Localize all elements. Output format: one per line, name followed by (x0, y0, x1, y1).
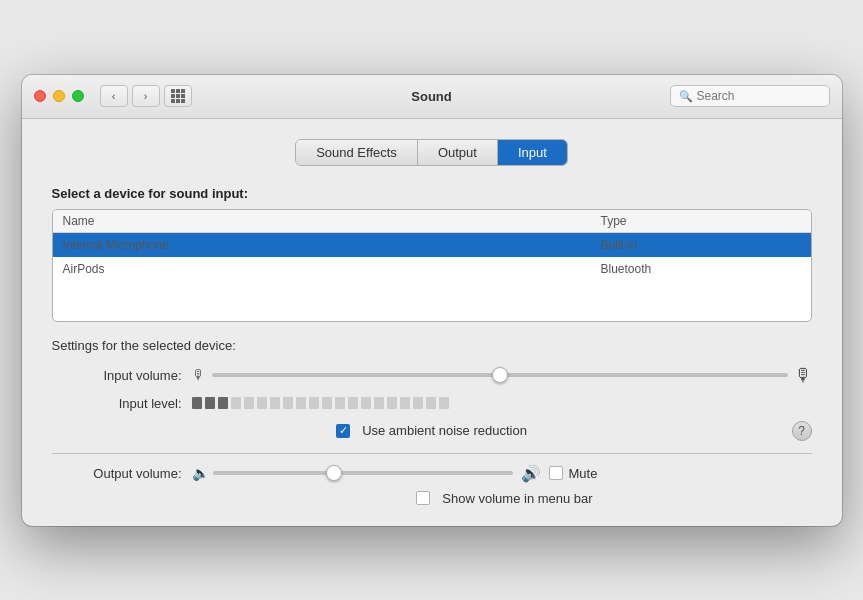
input-volume-slider[interactable] (212, 373, 788, 377)
show-volume-label: Show volume in menu bar (442, 491, 592, 506)
table-header: Name Type (53, 210, 811, 233)
section-divider (52, 453, 812, 454)
input-volume-label: Input volume: (52, 368, 182, 383)
level-bar-2 (205, 397, 215, 409)
mute-label: Mute (569, 466, 598, 481)
level-bar-13 (348, 397, 358, 409)
traffic-lights (34, 90, 84, 102)
main-window: ‹ › Sound 🔍 Sound Effects Output Input (22, 75, 842, 526)
tab-output[interactable]: Output (418, 140, 498, 165)
level-bar-3 (218, 397, 228, 409)
level-bar-17 (400, 397, 410, 409)
tab-sound-effects[interactable]: Sound Effects (296, 140, 418, 165)
ambient-noise-label: Use ambient noise reduction (362, 423, 527, 438)
level-bar-7 (270, 397, 280, 409)
input-level-bars (192, 397, 449, 409)
device-row-airpods[interactable]: AirPods Bluetooth (53, 257, 811, 281)
level-bar-14 (361, 397, 371, 409)
forward-button[interactable]: › (132, 85, 160, 107)
mute-checkbox[interactable] (549, 466, 563, 480)
speaker-high-icon: 🔊 (521, 464, 541, 483)
help-button[interactable]: ? (792, 421, 812, 441)
level-bar-5 (244, 397, 254, 409)
device-type-airpods: Bluetooth (601, 262, 801, 276)
mic-high-icon: 🎙 (794, 365, 812, 386)
device-type-internal-mic: Built-in (601, 238, 801, 252)
device-name-airpods: AirPods (63, 262, 601, 276)
checkmark-icon: ✓ (339, 425, 348, 436)
content-area: Sound Effects Output Input Select a devi… (22, 119, 842, 526)
speaker-low-icon: 🔈 (192, 465, 209, 481)
level-bar-20 (439, 397, 449, 409)
tab-group: Sound Effects Output Input (295, 139, 568, 166)
input-volume-row: Input volume: 🎙 🎙 (52, 365, 812, 386)
grid-button[interactable] (164, 85, 192, 107)
maximize-button[interactable] (72, 90, 84, 102)
window-title: Sound (411, 89, 451, 104)
column-name-header: Name (63, 214, 601, 228)
output-volume-label: Output volume: (52, 466, 182, 481)
search-bar[interactable]: 🔍 (670, 85, 830, 107)
column-type-header: Type (601, 214, 801, 228)
search-icon: 🔍 (679, 90, 693, 103)
show-volume-row: Show volume in menu bar (52, 491, 812, 506)
level-bar-12 (335, 397, 345, 409)
device-name-internal-mic: Internal Microphone (63, 238, 601, 252)
device-table: Name Type Internal Microphone Built-in A… (52, 209, 812, 322)
table-empty-space (53, 281, 811, 321)
nav-buttons: ‹ › (100, 85, 160, 107)
tab-bar: Sound Effects Output Input (52, 139, 812, 166)
level-bar-1 (192, 397, 202, 409)
input-volume-slider-container: 🎙 🎙 (192, 365, 812, 386)
output-volume-slider[interactable] (213, 471, 513, 475)
level-bar-10 (309, 397, 319, 409)
minimize-button[interactable] (53, 90, 65, 102)
ambient-noise-checkbox[interactable]: ✓ (336, 424, 350, 438)
tab-input[interactable]: Input (498, 140, 567, 165)
ambient-noise-row: ✓ Use ambient noise reduction ? (52, 421, 812, 441)
level-bar-19 (426, 397, 436, 409)
level-bar-8 (283, 397, 293, 409)
level-bar-16 (387, 397, 397, 409)
settings-heading: Settings for the selected device: (52, 338, 812, 353)
search-input[interactable] (697, 89, 821, 103)
show-volume-checkbox[interactable] (416, 491, 430, 505)
device-row-internal-mic[interactable]: Internal Microphone Built-in (53, 233, 811, 257)
level-bar-4 (231, 397, 241, 409)
level-bar-6 (257, 397, 267, 409)
level-bar-18 (413, 397, 423, 409)
level-bar-9 (296, 397, 306, 409)
close-button[interactable] (34, 90, 46, 102)
input-level-row: Input level: (52, 396, 812, 411)
level-bar-11 (322, 397, 332, 409)
title-bar: ‹ › Sound 🔍 (22, 75, 842, 119)
input-level-label: Input level: (52, 396, 182, 411)
output-volume-row: Output volume: 🔈 🔊 Mute (52, 464, 812, 483)
level-bar-15 (374, 397, 384, 409)
device-section-heading: Select a device for sound input: (52, 186, 812, 201)
mic-low-icon: 🎙 (192, 367, 206, 383)
grid-icon (171, 89, 185, 103)
back-button[interactable]: ‹ (100, 85, 128, 107)
